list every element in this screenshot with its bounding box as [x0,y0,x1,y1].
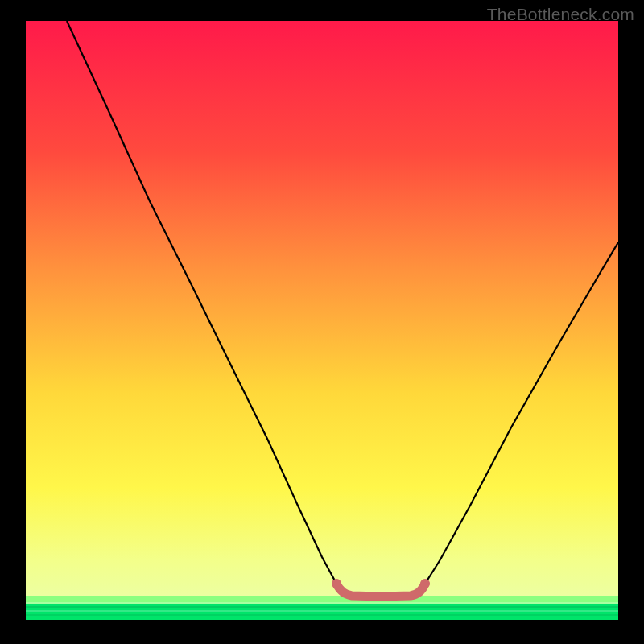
watermark-text: TheBottleneck.com [487,5,634,24]
svg-rect-3 [26,602,618,604]
highlight-end-dot [420,579,430,588]
svg-rect-5 [26,610,618,612]
svg-rect-4 [26,606,618,608]
highlight-start-dot [332,579,341,588]
bottleneck-chart [0,0,644,644]
plot-area [26,21,618,620]
svg-rect-6 [26,614,618,616]
svg-rect-0 [26,21,618,620]
